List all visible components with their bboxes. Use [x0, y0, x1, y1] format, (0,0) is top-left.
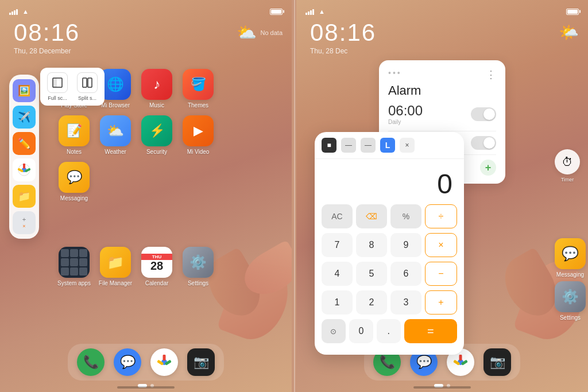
alarm-time: 06:00	[388, 103, 423, 119]
right-app-settings[interactable]: ⚙️ Settings	[555, 281, 586, 321]
calc-key-0[interactable]: 0	[349, 319, 373, 343]
calc-key-1[interactable]: 1	[322, 290, 353, 315]
alarm-title: Alarm	[388, 83, 496, 98]
app-calendar[interactable]: THU 28 Calendar	[137, 247, 176, 286]
context-splitscreen[interactable]: Split s...	[77, 72, 98, 101]
sidebar-item-gallery[interactable]: 🖼️	[13, 79, 36, 102]
calc-key-ac[interactable]: AC	[322, 204, 353, 228]
calc-toolbar-close[interactable]: ×	[400, 138, 415, 153]
app-security[interactable]: ⚡ Security	[137, 115, 176, 155]
app-mi-video[interactable]: ▶ Mi Video	[179, 115, 218, 155]
dock-phone[interactable]: 📞	[77, 348, 105, 376]
timer-btn[interactable]: ⏱ Timer	[555, 149, 580, 183]
app-messaging[interactable]: 💬 Messaging	[55, 162, 94, 201]
app-messaging-icon: 💬	[59, 162, 90, 193]
calc-key-4[interactable]: 4	[322, 262, 353, 286]
timer-label: Timer	[561, 177, 574, 183]
calc-key-2[interactable]: 2	[356, 290, 387, 315]
right-settings-icon: ⚙️	[555, 281, 586, 312]
calc-toolbar-btn-2[interactable]: —	[341, 138, 356, 153]
calc-key-del[interactable]: ⌫	[356, 204, 387, 228]
calc-key-subtract[interactable]: −	[425, 262, 457, 286]
app-notes[interactable]: 📝 Notes	[55, 115, 94, 155]
context-fullscreen[interactable]: Full sc...	[47, 72, 68, 101]
status-bar-left: ▲	[0, 5, 292, 18]
battery-icon	[270, 9, 283, 15]
right-messaging-label: Messaging	[556, 271, 584, 278]
calc-key-3[interactable]: 3	[390, 290, 421, 315]
calc-key-multiply[interactable]: ×	[425, 233, 457, 257]
empty-cell-3	[179, 162, 218, 201]
chrome-svg-icon	[18, 164, 30, 176]
battery-icon-right	[566, 9, 579, 15]
dock-chrome-icon-right	[453, 355, 468, 370]
clock-time-right: 08:16	[310, 21, 376, 45]
signal-area-right: ▲	[305, 8, 325, 15]
app-messaging-label: Messaging	[60, 195, 88, 201]
calc-key-5[interactable]: 5	[356, 262, 387, 286]
sidebar-item-files[interactable]: 📁	[13, 185, 36, 208]
app-themes[interactable]: 🪣 Themes	[179, 69, 218, 108]
alarm-add-btn[interactable]: +	[480, 160, 496, 176]
svg-rect-4	[83, 78, 87, 87]
dock-messages[interactable]: 💬	[114, 348, 141, 376]
weather-icon-left: ⛅	[237, 23, 257, 42]
sidebar-item-pencil[interactable]: ✏️	[13, 132, 36, 155]
calc-key-add[interactable]: +	[425, 290, 457, 315]
app-file-manager-icon: 📁	[100, 247, 131, 278]
calc-key-9[interactable]: 9	[390, 233, 421, 257]
signal-bars-right	[305, 8, 314, 15]
alarm-toggle-2[interactable]	[471, 136, 496, 150]
calc-key-dot[interactable]: .	[377, 319, 401, 343]
timer-icon: ⏱	[562, 156, 573, 169]
dock-chrome-icon	[157, 355, 172, 370]
empty-cell	[96, 162, 135, 201]
calc-toolbar-active[interactable]: L	[380, 138, 395, 153]
calc-key-func[interactable]: ⊙	[322, 319, 346, 343]
dock-camera[interactable]: 📷	[187, 348, 215, 376]
left-sidebar: 🖼️ ✈️ ✏️ 📁 ÷ ×	[9, 75, 39, 239]
app-security-label: Security	[146, 149, 167, 155]
clock-date-left: Thu, 28 December	[14, 47, 80, 55]
weather-widget-left[interactable]: ⛅ No data	[237, 23, 283, 42]
app-music[interactable]: ♪ Music	[137, 69, 176, 108]
splitscreen-icon	[77, 72, 98, 93]
dock-camera-icon: 📷	[194, 355, 209, 370]
app-notes-label: Notes	[67, 149, 82, 155]
alarm-toggle-1[interactable]	[471, 107, 496, 121]
weather-widget-right[interactable]: 🌤️	[559, 23, 579, 42]
timer-circle[interactable]: ⏱	[555, 149, 580, 174]
sidebar-item-chrome[interactable]	[13, 158, 36, 181]
alarm-more-btn[interactable]: ⋮	[486, 68, 496, 81]
alarm-dots: •••	[388, 68, 402, 81]
calc-key-percent[interactable]: %	[390, 204, 421, 228]
dock-chrome[interactable]	[150, 348, 178, 376]
calc-key-divide[interactable]: ÷	[425, 204, 457, 228]
sidebar-item-calc[interactable]: ÷ ×	[13, 211, 36, 234]
signal-bar-1	[9, 13, 11, 15]
app-file-manager-label: File Manager	[99, 280, 132, 286]
alarm-label: Daily	[388, 119, 423, 125]
app-weather[interactable]: ⛅ Weather	[96, 115, 135, 155]
app-mi-browser-icon: 🌐	[100, 69, 131, 100]
right-app-messaging[interactable]: 💬 Messaging	[555, 238, 586, 278]
app-settings[interactable]: ⚙️ Settings	[179, 247, 218, 286]
dock-left: 📞 💬 📷	[68, 344, 224, 381]
dock-camera-right[interactable]: 📷	[483, 348, 511, 376]
app-system-apps[interactable]: System apps	[55, 247, 94, 286]
app-music-icon: ♪	[141, 69, 172, 100]
calc-toolbar-btn-3[interactable]: —	[361, 138, 376, 153]
left-phone: ▲ 08:16 Thu, 28 December ⛅ No data 🖼️ ✈️…	[0, 0, 292, 392]
calc-key-8[interactable]: 8	[356, 233, 387, 257]
dock-messages-icon-right: 💬	[416, 355, 432, 370]
alarm-card-header: ••• ⋮	[388, 68, 496, 81]
sidebar-item-telegram[interactable]: ✈️	[13, 106, 36, 129]
calc-key-6[interactable]: 6	[390, 262, 421, 286]
svg-rect-3	[53, 78, 57, 87]
app-settings-icon: ⚙️	[183, 247, 214, 278]
calc-key-equals[interactable]: =	[404, 319, 457, 343]
calc-key-7[interactable]: 7	[322, 233, 353, 257]
dock-phone-icon-right: 📞	[380, 355, 395, 370]
app-file-manager[interactable]: 📁 File Manager	[96, 247, 135, 286]
calc-toolbar-fullscreen[interactable]: ■	[322, 138, 336, 153]
